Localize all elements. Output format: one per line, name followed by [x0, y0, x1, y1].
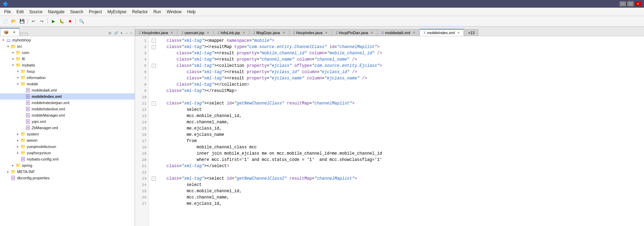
left-panel: 📦 ✕ ⊟ 🔗 ▾ ─ □ ▾🗂myhotshop▾📁src▾📁com▾📁ftl…: [0, 26, 135, 226]
tree-toggle[interactable]: ▸: [15, 139, 20, 142]
toolbar-undo[interactable]: ↩: [30, 17, 37, 25]
menu-item-refactor[interactable]: Refactor: [129, 9, 151, 15]
tree-item[interactable]: ▾📁hxcp: [0, 68, 135, 75]
tab-close-btn[interactable]: ✕: [207, 31, 209, 34]
tree-item[interactable]: ▾📁mobile: [0, 81, 135, 87]
code-content[interactable]: - class="xml-tag"><mapper namespace="mob…: [149, 36, 644, 226]
editor-tab-5[interactable]: JHxcpPinDan.java✕: [332, 29, 377, 36]
tab-close-btn[interactable]: ✕: [243, 31, 245, 34]
maximize-view-btn[interactable]: □: [129, 31, 133, 35]
tree-toggle[interactable]: ▾: [10, 57, 15, 61]
tree-item[interactable]: ▸📁weixin: [0, 137, 135, 143]
fold-indicator[interactable]: -: [152, 64, 156, 68]
restore-button[interactable]: □: [627, 1, 634, 6]
tab-icon: J: [181, 31, 183, 35]
tree-toggle[interactable]: ▾: [10, 63, 15, 67]
tree-item[interactable]: ▾📁mybatis: [0, 62, 135, 68]
editor-tab-0[interactable]: JHxcpIndex.java✕: [135, 29, 177, 36]
tree-item[interactable]: XmobileIndexkejian.xml: [0, 100, 135, 106]
tab-close-btn[interactable]: ✕: [457, 31, 460, 34]
tree-item[interactable]: XmobileManager.xml: [0, 112, 135, 118]
menu-item-edit[interactable]: Edit: [14, 9, 26, 15]
code-line: class="xml-tag"><result property="ejclas…: [152, 69, 641, 75]
tree-label: hxcp: [27, 69, 35, 73]
link-with-editor-btn[interactable]: 🔗: [113, 31, 119, 35]
tree-item[interactable]: ▸📁spring: [0, 162, 135, 169]
tree-item[interactable]: XmobileIndex.xml: [0, 93, 135, 100]
tree-item[interactable]: Xmybatis-config.xml: [0, 156, 135, 162]
tree-item[interactable]: Xyqm.xml: [0, 118, 135, 125]
tree-toggle[interactable]: ▾: [1, 38, 6, 42]
tree-item[interactable]: Xmobiledaili.xml: [0, 87, 135, 93]
tab-package-explorer[interactable]: 📦 ✕: [0, 28, 19, 36]
tree-item[interactable]: XZbManager.xml: [0, 125, 135, 131]
toolbar-open[interactable]: 📂: [10, 17, 17, 25]
tree-item[interactable]: ▸📁META-INF: [0, 169, 135, 175]
toolbar-search[interactable]: 🔍: [78, 17, 85, 25]
fold-indicator[interactable]: -: [152, 177, 156, 181]
close-button[interactable]: ✕: [635, 1, 641, 6]
tree-item[interactable]: ▸📁yueqimobilezixun: [0, 143, 135, 150]
toolbar-run[interactable]: ▶: [49, 17, 57, 25]
toolbar-redo[interactable]: ↪: [38, 17, 46, 25]
minimize-button[interactable]: ─: [620, 1, 626, 6]
tree-item[interactable]: ▾📁src: [0, 43, 135, 49]
tree-toggle[interactable]: ▾: [6, 45, 10, 48]
editor-tab-4[interactable]: JHxcpIndex.java✕: [289, 29, 332, 36]
tree-item[interactable]: ▾📁ftl: [0, 56, 135, 62]
tree-item[interactable]: ▸📁yuqihxcpzixun: [0, 150, 135, 156]
tab-close-btn[interactable]: ✕: [325, 31, 328, 34]
editor-tab-2[interactable]: JInfoLink.jsp✕: [214, 29, 249, 36]
editor-tab-1[interactable]: Jusercart.jsp✕: [177, 29, 213, 36]
line-number: 1: [138, 38, 146, 44]
code-editor[interactable]: 1234567891011121314151617181920212223242…: [135, 36, 644, 226]
close-package-explorer[interactable]: ✕: [13, 31, 16, 34]
tree-toggle[interactable]: ▸: [15, 145, 20, 148]
tree-toggle[interactable]: ▸: [15, 132, 20, 136]
tree-item[interactable]: XmobileIndexlive.xml: [0, 106, 135, 112]
tree-item[interactable]: ▾📁com: [0, 49, 135, 56]
editor-tab-6[interactable]: Xmobiledaili.xml✕: [377, 29, 419, 36]
tree-toggle[interactable]: ▾: [10, 51, 15, 54]
tree-toggle[interactable]: ▾: [15, 70, 20, 73]
fold-indicator[interactable]: -: [152, 39, 156, 43]
menu-item-window[interactable]: Window: [164, 9, 184, 15]
tree-toggle[interactable]: ▸: [15, 151, 20, 155]
fold-indicator[interactable]: -: [152, 101, 156, 106]
menu-item-help[interactable]: Help: [184, 9, 199, 15]
menu-item-source[interactable]: Source: [26, 9, 45, 15]
code-line: class="xml-tag"></resultMap>: [152, 88, 641, 94]
menu-item-run[interactable]: Run: [151, 9, 164, 15]
editor-tab-8[interactable]: +13: [464, 29, 478, 36]
tree-item[interactable]: ▾📁information: [0, 75, 135, 81]
tab-hierarchy[interactable]: [20, 33, 28, 36]
collapse-all-btn[interactable]: ⊟: [108, 31, 112, 35]
tab-label: usercart.jsp: [184, 31, 204, 35]
tree-icon-xml: X: [25, 87, 31, 93]
tree-item[interactable]: Xdbconfig.properties: [0, 175, 135, 181]
tab-close-btn[interactable]: ✕: [283, 31, 285, 34]
toolbar-save[interactable]: 💾: [18, 17, 26, 25]
editor-tab-7[interactable]: XmobileIndex.xml✕: [420, 29, 464, 36]
menu-item-file[interactable]: File: [1, 9, 14, 15]
tab-close-btn[interactable]: ✕: [371, 31, 373, 34]
fold-indicator[interactable]: -: [152, 45, 156, 49]
menu-item-myeclipse[interactable]: MyEclipse: [105, 9, 129, 15]
toolbar-new[interactable]: 📄: [1, 17, 9, 25]
tree-item[interactable]: ▸📁system: [0, 131, 135, 137]
toolbar-stop[interactable]: ■: [66, 17, 74, 25]
menu-item-search[interactable]: Search: [67, 9, 86, 15]
tab-close-btn[interactable]: ✕: [170, 31, 173, 34]
tree-toggle[interactable]: ▾: [15, 82, 20, 86]
tree-toggle[interactable]: ▸: [10, 164, 15, 167]
tab-close-btn[interactable]: ✕: [413, 31, 415, 34]
tree-toggle[interactable]: ▾: [15, 76, 20, 79]
tree-item[interactable]: ▾🗂myhotshop: [0, 37, 135, 43]
tree-toggle[interactable]: ▸: [6, 170, 10, 173]
view-menu-btn[interactable]: ▾: [120, 31, 124, 35]
menu-item-project[interactable]: Project: [86, 9, 104, 15]
toolbar-debug[interactable]: 🐛: [58, 17, 65, 25]
menu-item-navigate[interactable]: Navigate: [45, 9, 67, 15]
editor-tab-3[interactable]: JMsgGrpc.java✕: [249, 29, 289, 36]
minimize-view-btn[interactable]: ─: [124, 31, 128, 35]
